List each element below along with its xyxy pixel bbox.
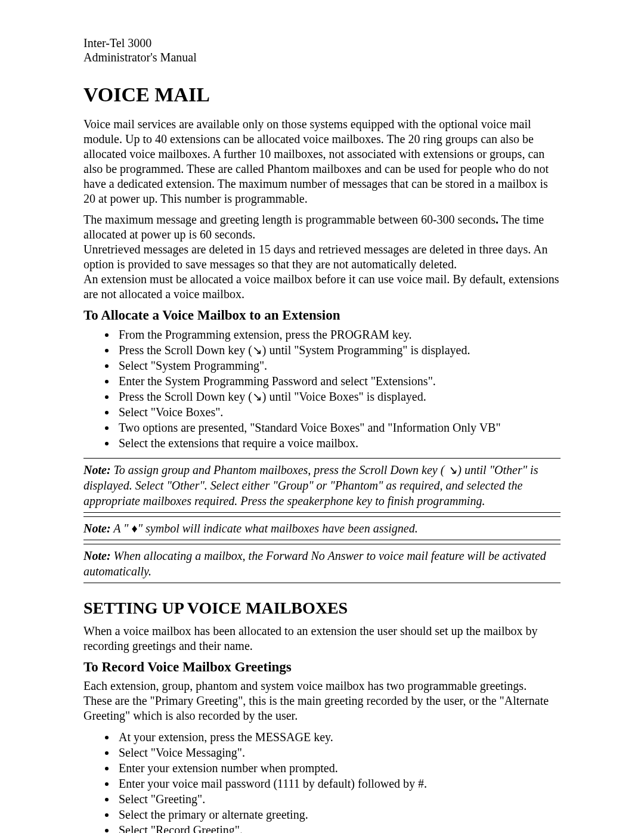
intro-4-text: An extension must be allocated a voice m… — [83, 272, 559, 301]
list-item: Select "Voice Messaging". — [116, 745, 561, 760]
record-para-2: These are the "Primary Greeting", this i… — [83, 693, 561, 723]
intro-3-text: Unretrieved messages are deleted in 15 d… — [83, 243, 548, 271]
allocate-bullet-list: From the Programming extension, press th… — [83, 327, 561, 451]
note-2: Note: A " ♦" symbol will indicate what m… — [83, 521, 561, 536]
diamond-icon: ♦ — [131, 521, 137, 536]
note-3: Note: When allocating a mailbox, the For… — [83, 548, 561, 579]
note-3-text: When allocating a mailbox, the Forward N… — [83, 549, 546, 578]
intro-paragraph-1: Voice mail services are available only o… — [83, 117, 561, 206]
note-2-text-b: " symbol will indicate what mailboxes ha… — [138, 522, 418, 535]
intro-paragraph-2: The maximum message and greeting length … — [83, 212, 561, 302]
note-2-text-a: A " — [111, 522, 132, 535]
list-item: Press the Scroll Down key (↘) until "Sys… — [116, 342, 561, 358]
setting-up-para: When a voice mailbox has been allocated … — [83, 624, 561, 654]
note-label: Note: — [83, 549, 111, 562]
list-item: Select the primary or alternate greeting… — [116, 807, 561, 822]
document-page: Inter-Tel 3000 Administrator's Manual VO… — [0, 0, 644, 833]
allocate-heading: To Allocate a Voice Mailbox to an Extens… — [83, 308, 561, 323]
record-para-1: Each extension, group, phantom and syste… — [83, 679, 561, 693]
note-label: Note: — [83, 522, 111, 535]
list-item: Enter your voice mail password (1111 by … — [116, 776, 561, 791]
list-item: From the Programming extension, press th… — [116, 327, 561, 342]
divider — [83, 458, 561, 459]
note-label: Note: — [83, 463, 111, 476]
note-1-text: To assign group and Phantom mailboxes, p… — [83, 463, 538, 507]
list-item: Select "System Programming". — [116, 358, 561, 373]
page-title: VOICE MAIL — [83, 83, 561, 106]
list-item: At your extension, press the MESSAGE key… — [116, 729, 561, 745]
record-bullet-list: At your extension, press the MESSAGE key… — [83, 729, 561, 833]
divider — [83, 516, 561, 517]
page-header: Inter-Tel 3000 Administrator's Manual — [83, 36, 561, 64]
list-item: Select "Greeting". — [116, 791, 561, 807]
list-item: Two options are presented, "Standard Voi… — [116, 420, 561, 435]
intro-2a-text: The maximum message and greeting length … — [83, 213, 496, 226]
list-item: Press the Scroll Down key (↘) until "Voi… — [116, 389, 561, 404]
note-1: Note: To assign group and Phantom mailbo… — [83, 462, 561, 509]
list-item: Enter the System Programming Password an… — [116, 373, 561, 389]
header-line-2: Administrator's Manual — [83, 50, 561, 64]
divider — [83, 544, 561, 544]
list-item: Select the extensions that require a voi… — [116, 435, 561, 451]
divider — [83, 512, 561, 513]
divider — [83, 583, 561, 583]
list-item: Select "Record Greeting". — [116, 822, 561, 833]
record-heading: To Record Voice Mailbox Greetings — [83, 659, 561, 675]
setting-up-heading: SETTING UP VOICE MAILBOXES — [83, 599, 561, 618]
header-line-1: Inter-Tel 3000 — [83, 36, 561, 50]
list-item: Select "Voice Boxes". — [116, 404, 561, 420]
list-item: Enter your extension number when prompte… — [116, 760, 561, 776]
divider — [83, 540, 561, 540]
